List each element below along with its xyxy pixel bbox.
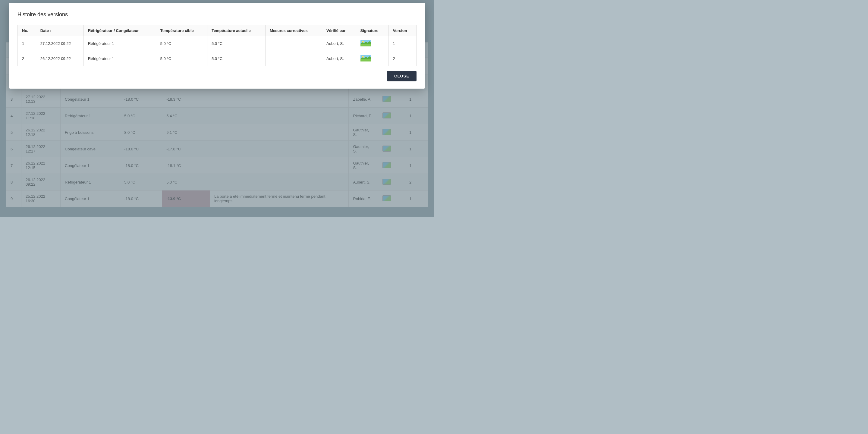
modal-col-date[interactable]: Date (36, 25, 84, 36)
modal-table-cell (265, 36, 322, 51)
modal-col-signature: Signature (356, 25, 389, 36)
signature-icon (361, 40, 371, 46)
modal-col-temp-actuelle: Température actuelle (207, 25, 265, 36)
modal-dialog: Histoire des versions No. Date Réfrigéra… (9, 3, 425, 89)
modal-table-cell (356, 51, 389, 66)
modal-table-cell: Aubert, S. (322, 51, 356, 66)
modal-table: No. Date Réfrigérateur / Congélateur Tem… (18, 25, 416, 66)
svg-rect-1 (361, 44, 371, 46)
modal-table-cell: 2 (18, 51, 36, 66)
signature-icon (361, 55, 371, 61)
modal-col-version: Version (389, 25, 416, 36)
modal-overlay: Histoire des versions No. Date Réfrigéra… (0, 0, 434, 217)
svg-point-3 (362, 41, 364, 42)
modal-table-cell: Réfrigérateur 1 (84, 36, 156, 51)
modal-col-mesures: Mesures correctives (265, 25, 322, 36)
close-button[interactable]: CLOSE (387, 71, 416, 82)
modal-table-cell: 5.0 °C (207, 36, 265, 51)
modal-table-cell: 5.0 °C (156, 51, 207, 66)
modal-col-device: Réfrigérateur / Congélateur (84, 25, 156, 36)
modal-col-verifie: Vérifié par (322, 25, 356, 36)
modal-table-cell: 26.12.2022 09:22 (36, 51, 84, 66)
svg-rect-5 (361, 59, 371, 61)
modal-table-cell: Aubert, S. (322, 36, 356, 51)
modal-table-cell: 1 (18, 36, 36, 51)
modal-col-temp-cible: Température cible (156, 25, 207, 36)
modal-col-no: No. (18, 25, 36, 36)
modal-table-cell (356, 36, 389, 51)
modal-table-cell: 5.0 °C (207, 51, 265, 66)
modal-table-cell: 5.0 °C (156, 36, 207, 51)
modal-title: Histoire des versions (18, 11, 416, 18)
svg-point-7 (362, 56, 364, 58)
modal-table-cell (265, 51, 322, 66)
modal-table-cell: Réfrigérateur 1 (84, 51, 156, 66)
modal-table-cell: 1 (389, 36, 416, 51)
modal-table-cell: 2 (389, 51, 416, 66)
modal-table-cell: 27.12.2022 09:22 (36, 36, 84, 51)
